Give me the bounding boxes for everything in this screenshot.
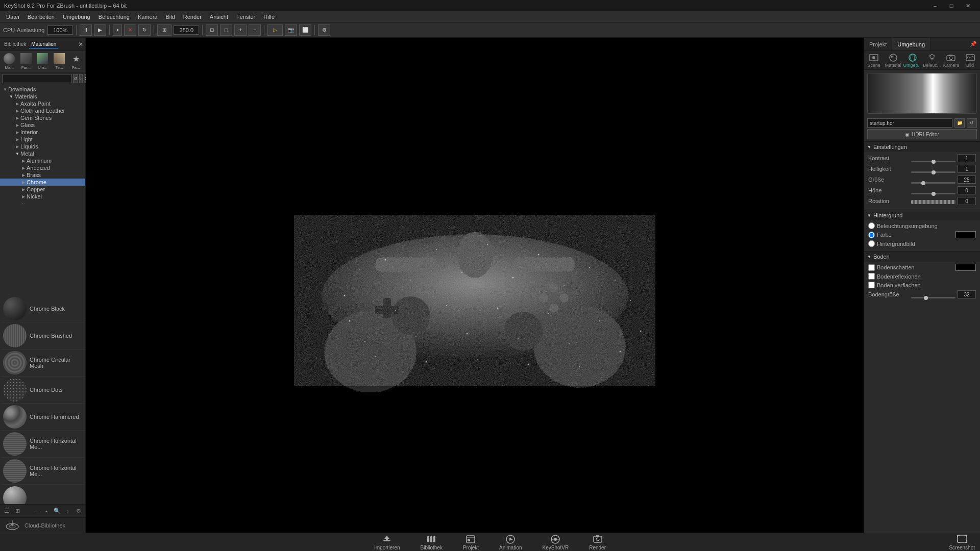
tree-light[interactable]: ▶ Light	[0, 136, 85, 143]
tab-projekt[interactable]: Projekt	[864, 38, 892, 51]
realtime-btn[interactable]: ●	[113, 24, 122, 36]
nav-render[interactable]: Render	[579, 533, 616, 552]
subtab-scene[interactable]: Scene	[866, 53, 882, 68]
lib-icon-envs[interactable]: Um...	[35, 53, 50, 70]
tree-liquids[interactable]: ▶ Liquids	[0, 143, 85, 150]
helligkeit-slider[interactable]	[911, 171, 955, 173]
hdri-editor-button[interactable]: ◉ HDRI-Editor	[867, 129, 977, 139]
settings-bottom-icon[interactable]: ⚙	[74, 507, 83, 516]
bodenschatten-checkbox[interactable]	[868, 264, 875, 271]
stop-btn[interactable]: ✕	[124, 24, 136, 36]
tab-bibliothek[interactable]: Bibliothek	[2, 40, 28, 48]
screenshot-quick-btn[interactable]: 📷	[285, 24, 297, 36]
nav-keyshot-vr[interactable]: KeyShotVR	[532, 533, 579, 552]
menu-kamera[interactable]: Kamera	[134, 13, 162, 21]
sync-icon[interactable]: ↕	[63, 507, 72, 516]
bodengroesse-value[interactable]	[958, 290, 976, 298]
library-close-button[interactable]: ✕	[78, 41, 83, 48]
hintergrundbild-radio[interactable]	[868, 240, 875, 247]
render-viewport[interactable]	[86, 38, 864, 533]
screenshot-button[interactable]: Screenshot	[949, 534, 975, 550]
hoehe-value[interactable]	[958, 186, 976, 194]
nav-animation[interactable]: Animation	[489, 533, 532, 552]
thumb-chrome-dots[interactable]: Chrome Dots	[1, 377, 84, 404]
tree-more[interactable]: ···	[0, 200, 85, 207]
play-btn[interactable]: ▶	[94, 24, 106, 36]
lib-icon-textures[interactable]: Te...	[52, 53, 67, 70]
zoom-out-btn[interactable]: −	[249, 24, 261, 36]
kontrast-value[interactable]	[958, 154, 976, 162]
nav-projekt[interactable]: Projekt	[453, 533, 489, 552]
subtab-kamera[interactable]: Kamera	[943, 53, 960, 68]
minimize-button[interactable]: –	[927, 0, 943, 11]
maximize-button[interactable]: □	[943, 0, 960, 11]
grid-view-icon[interactable]: ⊞	[13, 507, 22, 516]
boden-header[interactable]: ▼ Boden	[864, 252, 980, 262]
env-open-btn[interactable]: 📁	[954, 118, 965, 128]
tree-copper[interactable]: ▶ Copper	[0, 186, 85, 193]
thumb-chrome-black[interactable]: Chrome Black	[1, 295, 84, 322]
close-button[interactable]: ✕	[960, 0, 976, 11]
tree-materials[interactable]: ▼ Materials	[0, 93, 85, 100]
zoom-fit-btn[interactable]: ⊡	[206, 24, 218, 36]
tree-metal[interactable]: ▼ Metal	[0, 150, 85, 157]
cpu-value-input[interactable]	[47, 26, 73, 35]
menu-umgebung[interactable]: Umgebung	[59, 13, 94, 21]
bodenreflexionen-checkbox[interactable]	[868, 273, 875, 280]
list-view-icon[interactable]: ☰	[2, 507, 11, 516]
subtab-beleuchtung[interactable]: Beleuc...	[924, 53, 940, 68]
menu-bearbeiten[interactable]: Bearbeiten	[23, 13, 59, 21]
right-panel-pin[interactable]: 📌	[967, 38, 980, 51]
subtab-bild[interactable]: Bild	[962, 53, 978, 68]
groesse-slider[interactable]	[911, 182, 955, 184]
lib-icon-materials[interactable]: Ma...	[2, 53, 17, 70]
thumb-chrome-horiz-1[interactable]: Chrome Horizontal Me...	[1, 431, 84, 458]
menu-ansicht[interactable]: Ansicht	[206, 13, 232, 21]
beleuchtungsumgebung-radio[interactable]	[868, 222, 875, 229]
bodenschatten-swatch[interactable]	[955, 264, 976, 271]
zoom-100-btn[interactable]: ◻	[220, 24, 232, 36]
thumb-chrome-hammered[interactable]: Chrome Hammered	[1, 404, 84, 431]
dot-icon[interactable]: •	[42, 507, 51, 516]
rotation-value[interactable]	[958, 197, 976, 205]
slider-icon[interactable]: —	[31, 507, 40, 516]
hoehe-slider[interactable]	[911, 193, 955, 194]
tree-chrome[interactable]: ▶ Chrome	[0, 179, 85, 186]
menu-fenster[interactable]: Fenster	[232, 13, 259, 21]
menu-beleuchtung[interactable]: Beleuchtung	[94, 13, 134, 21]
groesse-value[interactable]	[958, 176, 976, 184]
tree-anodized[interactable]: ▶ Anodized	[0, 164, 85, 171]
menu-hilfe[interactable]: Hilfe	[259, 13, 279, 21]
subtab-material[interactable]: Material	[885, 53, 901, 68]
tab-umgebung[interactable]: Umgebung	[892, 38, 930, 51]
tree-brass[interactable]: ▶ Brass	[0, 171, 85, 179]
lib-icon-colors[interactable]: Far...	[19, 53, 34, 70]
tree-cloth[interactable]: ▶ Cloth and Leather	[0, 107, 85, 114]
env-refresh-btn[interactable]: ↺	[967, 118, 977, 128]
search-bottom-icon[interactable]: 🔍	[53, 507, 62, 516]
kontrast-slider[interactable]	[911, 161, 955, 162]
thumb-chrome-extra[interactable]	[1, 485, 84, 504]
render-btn[interactable]: ▷	[267, 24, 283, 36]
grid-btn[interactable]: ⊞	[157, 24, 172, 36]
zoom-input[interactable]	[174, 26, 199, 35]
thumb-chrome-circular[interactable]: Chrome Circular Mesh	[1, 349, 84, 377]
output-btn[interactable]: ⬜	[299, 24, 311, 36]
lib-icon-favorites[interactable]: ★ Fa...	[68, 53, 83, 70]
search-input[interactable]	[2, 74, 72, 83]
hintergrund-header[interactable]: ▼ Hintergrund	[864, 210, 980, 220]
tree-axalta[interactable]: ▶ Axalta Paint	[0, 100, 85, 107]
pause-btn[interactable]: ⏸	[80, 24, 92, 36]
nav-bibliothek[interactable]: Bibliothek	[410, 533, 453, 552]
thumb-chrome-brushed[interactable]: Chrome Brushed	[1, 322, 84, 349]
tree-nickel[interactable]: ▶ Nickel	[0, 193, 85, 200]
helligkeit-value[interactable]	[958, 165, 976, 173]
farbe-radio[interactable]	[868, 232, 875, 238]
menu-bild[interactable]: Bild	[161, 13, 179, 21]
search-sync-btn[interactable]: ↕	[79, 74, 83, 83]
refresh-btn[interactable]: ↻	[138, 24, 151, 36]
tree-interior[interactable]: ▶ Interior	[0, 129, 85, 136]
tree-glass[interactable]: ▶ Glass	[0, 121, 85, 129]
tab-materialien[interactable]: Materialien	[29, 40, 58, 48]
zoom-in-btn[interactable]: +	[234, 24, 247, 36]
